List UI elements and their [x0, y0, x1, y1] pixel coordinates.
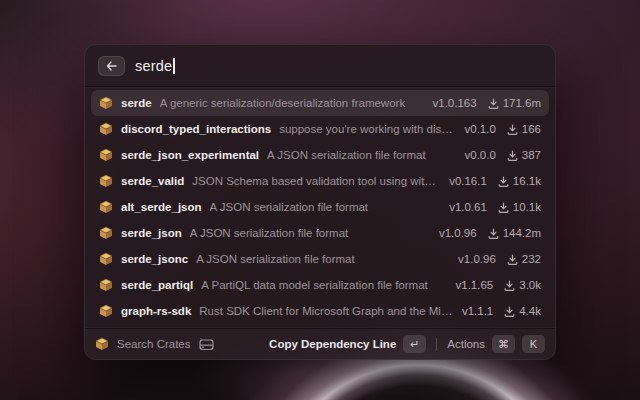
crate-meta: v0.1.0 166 — [464, 123, 541, 135]
download-stat: 387 — [507, 149, 541, 161]
actions-menu-label[interactable]: Actions — [447, 338, 485, 350]
search-query-text: serde — [135, 58, 172, 74]
crate-row[interactable]: serde_partiql A PartiQL data model seria… — [91, 272, 549, 298]
crate-version: v0.16.1 — [449, 175, 487, 187]
drive-icon — [199, 338, 214, 351]
crate-version: v1.0.163 — [433, 97, 477, 109]
download-count: 4.4k — [519, 305, 541, 317]
download-icon — [507, 254, 518, 265]
download-stat: 232 — [507, 253, 541, 265]
crate-version: v1.1.1 — [462, 305, 493, 317]
text-caret — [173, 58, 175, 74]
search-input[interactable]: serde — [135, 58, 542, 74]
crate-version: v1.0.96 — [458, 253, 496, 265]
crate-meta: v1.0.96 232 — [458, 253, 541, 265]
download-icon — [504, 280, 515, 291]
crate-description: A PartiQL data model serialization file … — [201, 279, 447, 291]
command-keycap[interactable]: ⌘ — [492, 335, 515, 353]
download-icon — [504, 306, 515, 317]
search-bar: serde — [85, 45, 555, 86]
crate-name: serde_partiql — [121, 279, 193, 291]
crate-description: A generic serialization/deserialization … — [160, 97, 425, 109]
download-count: 387 — [522, 149, 541, 161]
download-icon — [507, 124, 518, 135]
download-count: 16.1k — [513, 175, 541, 187]
back-button[interactable] — [98, 56, 125, 76]
crate-meta: v1.1.1 4.4k — [462, 305, 541, 317]
crate-version: v1.1.65 — [456, 279, 494, 291]
crate-description: A JSON serialization file format — [267, 149, 456, 161]
primary-action-label[interactable]: Copy Dependency Line — [269, 338, 396, 350]
download-icon — [488, 98, 499, 109]
download-icon — [498, 202, 509, 213]
crate-description: JSON Schema based validation tool using … — [192, 175, 441, 187]
k-keycap[interactable]: K — [522, 335, 545, 353]
download-count: 166 — [522, 123, 541, 135]
crate-name: serde_json_experimental — [121, 149, 259, 161]
return-keycap[interactable]: ↵ — [403, 335, 426, 353]
crates-cube-icon — [95, 337, 109, 351]
crate-meta: v1.1.65 3.0k — [456, 279, 541, 291]
launcher-window: serde serde A generic serialization/dese… — [84, 44, 556, 360]
crate-name: alt_serde_json — [121, 201, 202, 213]
footer-actions: Copy Dependency Line ↵ Actions ⌘ K — [269, 335, 545, 353]
crate-row[interactable]: serde_json A JSON serialization file for… — [91, 220, 549, 246]
results-list: serde A generic serialization/deserializ… — [85, 87, 555, 328]
footer-bar: Search Crates Copy Dependency Line ↵ Act… — [85, 328, 555, 359]
download-count: 232 — [522, 253, 541, 265]
crate-version: v0.1.0 — [464, 123, 495, 135]
crate-name: serde_jsonc — [121, 253, 188, 265]
crate-row[interactable]: serde A generic serialization/deserializ… — [91, 90, 549, 116]
crate-description: A JSON serialization file format — [210, 201, 442, 213]
crate-icon — [99, 148, 113, 162]
download-stat: 3.0k — [504, 279, 541, 291]
crate-description: Rust SDK Client for Microsoft Graph and … — [199, 305, 454, 317]
download-stat: 16.1k — [498, 175, 541, 187]
download-count: 10.1k — [513, 201, 541, 213]
download-count: 144.2m — [503, 227, 541, 239]
crate-description: suppose you're working with discord slas… — [279, 123, 456, 135]
download-icon — [507, 150, 518, 161]
crate-icon — [99, 122, 113, 136]
download-stat: 10.1k — [498, 201, 541, 213]
crate-meta: v0.16.1 16.1k — [449, 175, 541, 187]
download-icon — [498, 176, 509, 187]
footer-divider — [436, 338, 437, 351]
crate-name: graph-rs-sdk — [121, 305, 191, 317]
download-stat: 171.6m — [488, 97, 541, 109]
download-stat: 166 — [507, 123, 541, 135]
download-count: 171.6m — [503, 97, 541, 109]
crate-name: discord_typed_interactions — [121, 123, 271, 135]
download-icon — [488, 228, 499, 239]
crate-meta: v1.0.96 144.2m — [439, 227, 541, 239]
download-stat: 144.2m — [488, 227, 541, 239]
crate-meta: v0.0.0 387 — [464, 149, 541, 161]
crate-name: serde_valid — [121, 175, 184, 187]
crate-icon — [99, 304, 113, 318]
crate-icon — [99, 200, 113, 214]
crate-row[interactable]: graph-rs-sdk Rust SDK Client for Microso… — [91, 298, 549, 324]
back-arrow-icon — [106, 61, 117, 71]
crate-version: v1.0.61 — [449, 201, 487, 213]
crate-icon — [99, 96, 113, 110]
crate-row[interactable]: discord_typed_interactions suppose you'r… — [91, 116, 549, 142]
crate-row[interactable]: serde_json_experimental A JSON serializa… — [91, 142, 549, 168]
crate-icon — [99, 278, 113, 292]
crate-row[interactable]: serde_jsonc A JSON serialization file fo… — [91, 246, 549, 272]
crate-description: A JSON serialization file format — [196, 253, 450, 265]
crate-icon — [99, 174, 113, 188]
crate-name: serde_json — [121, 227, 182, 239]
download-stat: 4.4k — [504, 305, 541, 317]
crate-row[interactable]: serde_valid JSON Schema based validation… — [91, 168, 549, 194]
crate-row[interactable]: alt_serde_json A JSON serialization file… — [91, 194, 549, 220]
crate-version: v1.0.96 — [439, 227, 477, 239]
crate-description: A JSON serialization file format — [190, 227, 431, 239]
crate-name: serde — [121, 97, 152, 109]
crate-version: v0.0.0 — [464, 149, 495, 161]
source-label: Search Crates — [117, 338, 191, 350]
crate-meta: v1.0.163 171.6m — [433, 97, 541, 109]
crate-icon — [99, 252, 113, 266]
crate-icon — [99, 226, 113, 240]
crate-meta: v1.0.61 10.1k — [449, 201, 541, 213]
download-count: 3.0k — [519, 279, 541, 291]
